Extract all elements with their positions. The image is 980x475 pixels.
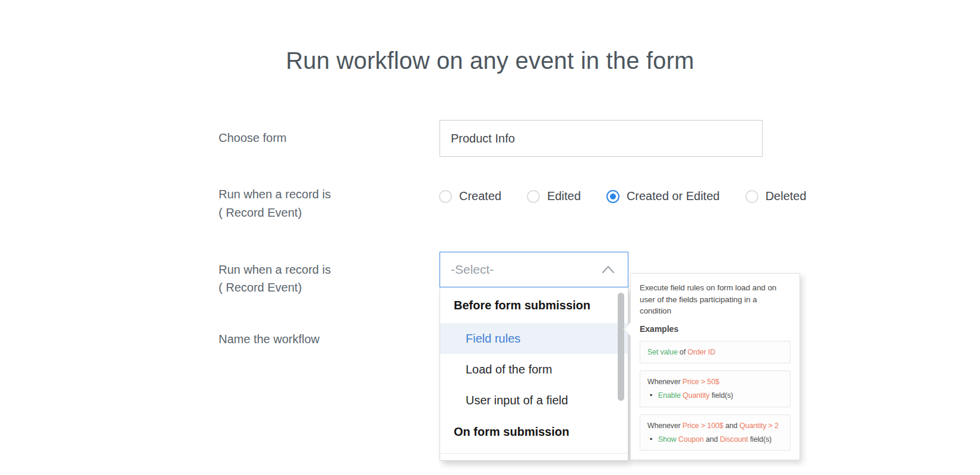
form-event-label-line2: ( Record Event) (219, 281, 302, 294)
example-line: Show Coupon and Discount field(s) (647, 434, 783, 445)
dropdown-divider (440, 453, 628, 454)
radio-label: Created (459, 189, 501, 203)
choose-form-input[interactable]: Product Info (440, 120, 763, 157)
radio-option-created-or-edited[interactable]: Created or Edited (606, 189, 720, 203)
record-event-label-line1: Run when a record is (219, 188, 331, 201)
example-line: Enable Quantity field(s) (647, 390, 783, 401)
tooltip-description: Execute field rules on form load and on … (640, 282, 791, 317)
choose-form-value: Product Info (451, 132, 515, 145)
dropdown-item-load-of-the-form[interactable]: Load of the form (440, 354, 628, 385)
radio-label: Created or Edited (627, 189, 720, 203)
workflow-setup-page: Run workflow on any event in the form Ch… (0, 0, 980, 475)
example-line: Whenever Price > 50$ (647, 376, 783, 388)
radio-label: Deleted (766, 189, 807, 203)
field-rules-tooltip: Execute field rules on form load and on … (630, 273, 800, 460)
workflow-name-label: Name the workflow (219, 332, 320, 346)
chevron-up-icon (600, 264, 616, 275)
dropdown-group-header-before-form-submission: Before form submission (440, 287, 628, 323)
example-card: Set value of Order ID (640, 341, 791, 364)
example-line: Whenever Price > 100$ and Quantity > 2 (647, 420, 783, 432)
radio-button-icon (527, 190, 540, 203)
radio-button-icon (745, 190, 758, 203)
radio-option-edited[interactable]: Edited (527, 189, 581, 203)
example-card: Whenever Price > 100$ and Quantity > 2Sh… (640, 414, 791, 451)
choose-form-label: Choose form (219, 131, 287, 145)
record-event-radio-group: CreatedEditedCreated or EditedDeleted (439, 189, 807, 203)
dropdown-item-user-input-of-a-field[interactable]: User input of a field (440, 385, 628, 416)
radio-button-icon (439, 190, 452, 203)
radio-option-deleted[interactable]: Deleted (745, 189, 807, 203)
dropdown-item-field-rules[interactable]: Field rules (440, 323, 628, 354)
page-title: Run workflow on any event in the form (0, 48, 980, 74)
dropdown-group-header-on-form-submission: On form submission (440, 416, 628, 448)
example-card: Whenever Price > 50$Enable Quantity fiel… (640, 370, 791, 407)
radio-label: Edited (547, 189, 581, 203)
record-event-label-line2: ( Record Event) (219, 206, 302, 220)
tooltip-examples-label: Examples (640, 324, 791, 334)
event-select-placeholder: -Select- (451, 262, 494, 277)
form-event-label-line1: Run when a record is (219, 263, 331, 277)
radio-button-icon (606, 190, 619, 203)
radio-option-created[interactable]: Created (439, 189, 501, 203)
example-line: Set value of Order ID (647, 347, 783, 358)
event-dropdown-panel: Before form submissionField rulesLoad of… (440, 287, 628, 461)
event-select[interactable]: -Select- (440, 252, 628, 287)
dropdown-scrollbar[interactable] (618, 293, 624, 401)
